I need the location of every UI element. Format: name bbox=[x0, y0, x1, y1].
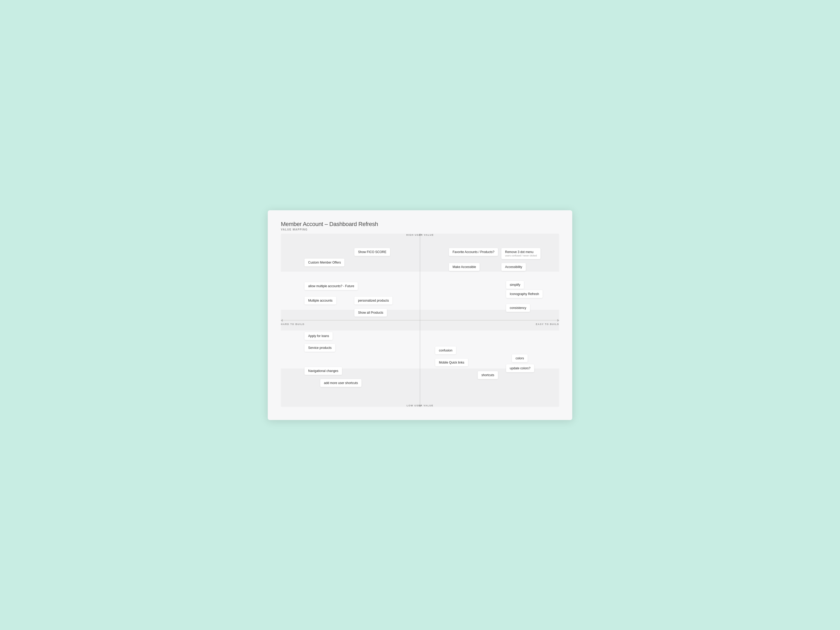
canvas: Member Account – Dashboard Refresh VALUE… bbox=[268, 210, 572, 420]
card-text-favorite-accounts: Favorite Accounts / Products? bbox=[453, 250, 494, 254]
title-area: Member Account – Dashboard Refresh VALUE… bbox=[281, 221, 559, 231]
card-navigational-changes[interactable]: Navigational changes bbox=[305, 367, 342, 375]
card-personalized-products[interactable]: personalized products bbox=[354, 297, 392, 305]
card-remove-3dot[interactable]: Remove 3 dot menuusers confused / never … bbox=[501, 248, 540, 259]
card-text-show-fico: Show FICO SCORE bbox=[358, 250, 387, 254]
card-text-confusion: confusion bbox=[439, 349, 452, 352]
card-service-products[interactable]: Service products bbox=[305, 344, 335, 352]
label-hard-to-build: HARD TO BUILD bbox=[281, 323, 305, 325]
card-update-colors[interactable]: update colors? bbox=[506, 364, 534, 372]
card-confusion[interactable]: confusion bbox=[435, 346, 456, 354]
card-text-iconography-refresh: Iconography Refresh bbox=[510, 292, 539, 296]
subtitle: VALUE MAPPING bbox=[281, 228, 559, 231]
card-custom-member-offers[interactable]: Custom Member Offers bbox=[305, 259, 344, 267]
card-text-allow-multiple: allow multiple accounts? - Future bbox=[308, 284, 354, 288]
card-text-navigational-changes: Navigational changes bbox=[308, 369, 338, 373]
card-show-all-products[interactable]: Show all Products bbox=[354, 309, 387, 317]
label-high-user-value: HIGH USER VALUE bbox=[406, 234, 434, 236]
card-shortcuts[interactable]: shortcuts bbox=[478, 371, 498, 379]
card-text-mobile-quick-links: Mobile Quick links bbox=[439, 361, 464, 364]
card-consistency[interactable]: consistency bbox=[506, 304, 530, 312]
card-apply-for-loans[interactable]: Apply for loans bbox=[305, 332, 333, 340]
card-text-service-products: Service products bbox=[308, 346, 332, 350]
card-accessibility[interactable]: Accessibility bbox=[501, 263, 526, 271]
card-text-shortcuts: shortcuts bbox=[482, 373, 494, 377]
card-text-accessibility: Accessibility bbox=[505, 265, 522, 269]
card-text-update-colors: update colors? bbox=[510, 366, 531, 370]
value-matrix: HIGH USER VALUE LOW USER VALUE HARD TO B… bbox=[281, 234, 559, 407]
card-text-multiple-accounts: Multiple accounts bbox=[308, 299, 333, 302]
card-allow-multiple[interactable]: allow multiple accounts? - Future bbox=[305, 282, 358, 290]
card-simplify[interactable]: simplify bbox=[506, 281, 524, 289]
card-make-accessible[interactable]: Make Accessible bbox=[449, 263, 480, 271]
title-bold: Member Account – bbox=[281, 221, 328, 227]
card-favorite-accounts[interactable]: Favorite Accounts / Products? bbox=[449, 248, 498, 256]
card-text-colors: colors bbox=[516, 357, 524, 360]
card-multiple-accounts[interactable]: Multiple accounts bbox=[305, 297, 336, 305]
label-easy-to-build: EASY TO BUILD bbox=[536, 323, 559, 325]
title-regular: Dashboard Refresh bbox=[328, 221, 378, 227]
card-mobile-quick-links[interactable]: Mobile Quick links bbox=[435, 358, 468, 366]
card-text-make-accessible: Make Accessible bbox=[453, 265, 476, 269]
card-show-fico[interactable]: Show FICO SCORE bbox=[354, 248, 390, 256]
card-text-add-more-shortcuts: add more user shortcuts bbox=[324, 381, 358, 385]
card-text-consistency: consistency bbox=[510, 306, 526, 310]
page-title: Member Account – Dashboard Refresh bbox=[281, 221, 559, 227]
card-text-custom-member-offers: Custom Member Offers bbox=[308, 261, 341, 264]
card-text-personalized-products: personalized products bbox=[358, 299, 389, 302]
card-note-remove-3dot: users confused / never clicked bbox=[505, 254, 537, 257]
vertical-axis bbox=[420, 234, 420, 407]
label-low-user-value: LOW USER VALUE bbox=[407, 404, 433, 407]
card-add-more-shortcuts[interactable]: add more user shortcuts bbox=[320, 379, 362, 387]
card-text-remove-3dot: Remove 3 dot menu bbox=[505, 250, 534, 254]
card-colors[interactable]: colors bbox=[512, 354, 527, 362]
card-text-simplify: simplify bbox=[510, 283, 520, 287]
card-iconography-refresh[interactable]: Iconography Refresh bbox=[506, 290, 543, 298]
card-text-show-all-products: Show all Products bbox=[358, 311, 383, 314]
card-text-apply-for-loans: Apply for loans bbox=[308, 334, 329, 338]
